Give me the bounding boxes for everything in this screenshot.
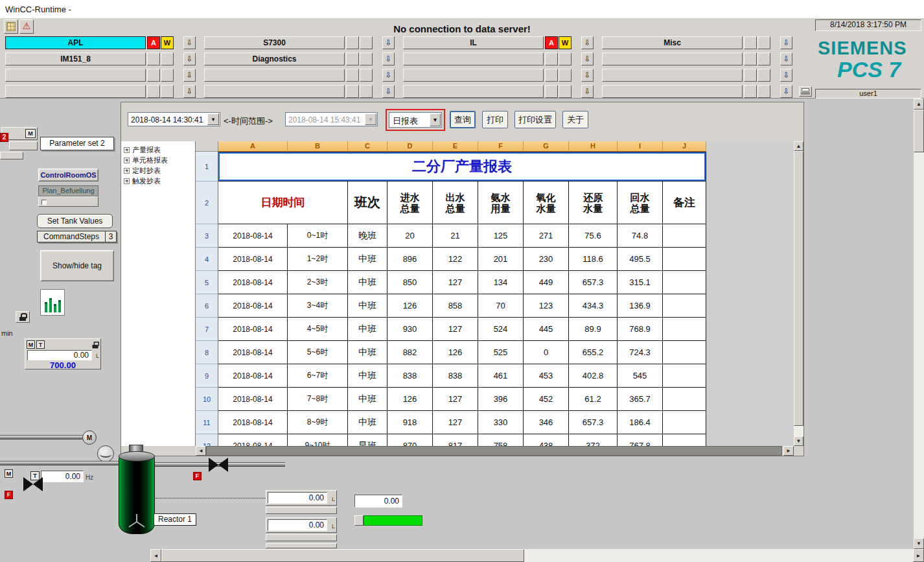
sheet-hscrollbar[interactable]: ◄ ► [196,446,794,456]
tree-expand-icon[interactable] [124,168,130,174]
scroll-right-icon[interactable]: ► [913,549,924,562]
data-cell[interactable]: 127 [433,411,478,434]
trend-faceplate-button[interactable] [40,289,65,316]
data-cell[interactable]: 2018-08-14 [218,341,288,364]
dosing-m-button[interactable]: M [27,340,35,349]
data-cell[interactable]: 中班 [348,388,387,411]
data-cell[interactable]: 127 [433,271,478,294]
tree-item-产量报表[interactable]: 产量报表 [121,145,195,155]
expand-down-icon[interactable]: ⇩ [183,85,196,98]
nav-button[interactable] [5,85,146,98]
expand-down-icon[interactable]: ⇩ [581,53,594,65]
data-cell[interactable]: 1~2时 [288,248,348,271]
data-cell[interactable]: 5~6时 [288,341,348,364]
data-cell[interactable] [663,294,706,318]
nav-button[interactable] [403,69,544,82]
nav-button[interactable] [602,69,743,82]
data-cell[interactable]: 655.2 [569,341,618,364]
alarm-ack-badge[interactable] [147,85,160,98]
expand-down-icon[interactable]: ⇩ [382,53,395,65]
sheet-scroll-right-icon[interactable]: ► [783,446,794,456]
nav-button[interactable] [602,53,743,65]
warning-badge[interactable] [161,53,174,65]
date-picker-button[interactable]: ▾ [207,113,219,125]
nav-button-misc[interactable]: Misc [602,36,743,49]
expand-down-icon[interactable]: ⇩ [183,53,196,65]
data-cell[interactable]: 70 [478,294,524,318]
data-cell[interactable]: 434.3 [569,294,618,318]
column-header-E[interactable]: E [433,141,478,152]
lock-button[interactable] [16,311,30,323]
warning-badge[interactable] [559,69,572,82]
header-cell[interactable]: 回水总量 [618,181,663,224]
data-cell[interactable]: 122 [433,248,478,271]
alarm-ack-badge[interactable] [744,36,757,49]
warning-badge[interactable] [360,53,373,65]
data-cell[interactable]: 2018-08-14 [218,318,288,341]
data-cell[interactable]: 495.5 [618,248,663,271]
data-cell[interactable]: 449 [524,271,569,294]
warning-badge[interactable] [360,69,373,82]
expand-down-icon[interactable]: ⇩ [183,69,196,82]
data-cell[interactable]: 453 [524,364,569,388]
data-cell[interactable]: 452 [524,388,569,411]
column-header-C[interactable]: C [348,141,387,152]
expand-down-icon[interactable]: ⇩ [581,69,594,82]
data-cell[interactable]: 123 [524,294,569,318]
dropdown-arrow-icon[interactable]: ▾ [430,113,441,126]
data-cell[interactable] [663,318,706,341]
sheet-vscroll-thumb[interactable] [794,151,803,426]
data-cell[interactable]: 330 [478,411,524,434]
column-header-B[interactable]: B [288,141,348,152]
level2-subbar[interactable] [266,534,337,541]
data-cell[interactable] [663,434,706,446]
data-cell[interactable]: 中班 [348,248,387,271]
nav-button-apl[interactable]: APL [5,36,146,49]
column-header-F[interactable]: F [478,141,524,152]
data-cell[interactable]: 126 [433,341,478,364]
alarm-ack-badge[interactable] [346,36,359,49]
nav-button[interactable] [204,85,345,98]
report-title-cell[interactable]: 二分厂产量报表 [218,152,706,181]
data-cell[interactable]: 8~9时 [288,411,348,434]
data-cell[interactable] [663,271,706,294]
data-cell[interactable]: 3~4时 [288,294,348,318]
nav-button[interactable] [403,53,544,65]
data-cell[interactable]: 75.6 [569,224,618,248]
command-steps-box[interactable]: CommandSteps 3 [37,231,117,242]
data-cell[interactable]: 186.4 [618,411,663,434]
data-cell[interactable]: 315.1 [618,271,663,294]
dosing-t-button[interactable]: T [36,340,45,349]
data-cell[interactable]: 438 [524,434,569,446]
plan-befuellung-button[interactable]: Plan_Befuellung [38,185,98,196]
window-hscrollbar[interactable]: ◄ ► [150,549,924,562]
data-cell[interactable]: 晚班 [348,224,387,248]
data-cell[interactable]: 271 [524,224,569,248]
data-cell[interactable]: 127 [433,318,478,341]
data-cell[interactable]: 126 [387,388,433,411]
warning-badge[interactable] [360,85,373,98]
data-cell[interactable]: 中班 [348,318,387,341]
sheet-scroll-down-icon[interactable]: ▼ [794,436,803,446]
tree-item-单元格报表[interactable]: 单元格报表 [121,155,195,165]
data-cell[interactable]: 402.8 [569,364,618,388]
warning-badge[interactable]: W [559,36,572,49]
data-cell[interactable]: 中班 [348,271,387,294]
data-cell[interactable]: 365.7 [618,388,663,411]
row-header[interactable]: 1 [196,152,218,181]
data-cell[interactable]: 61.2 [569,388,618,411]
data-cell[interactable]: 4~5时 [288,318,348,341]
data-cell[interactable]: 中班 [348,411,387,434]
data-cell[interactable]: 545 [618,364,663,388]
header-cell[interactable]: 出水总量 [433,181,478,224]
data-cell[interactable]: 中班 [348,364,387,388]
alarm-ack-badge[interactable] [744,85,757,98]
data-cell[interactable]: 657.3 [569,411,618,434]
valve-left-icon[interactable] [23,477,43,491]
row-header[interactable]: 11 [196,411,218,434]
hscroll-thumb[interactable] [161,549,524,562]
data-cell[interactable] [663,411,706,434]
nav-button-s7300[interactable]: S7300 [204,36,345,49]
data-cell[interactable]: 657.3 [569,271,618,294]
alarm-ack-badge[interactable] [346,53,359,65]
